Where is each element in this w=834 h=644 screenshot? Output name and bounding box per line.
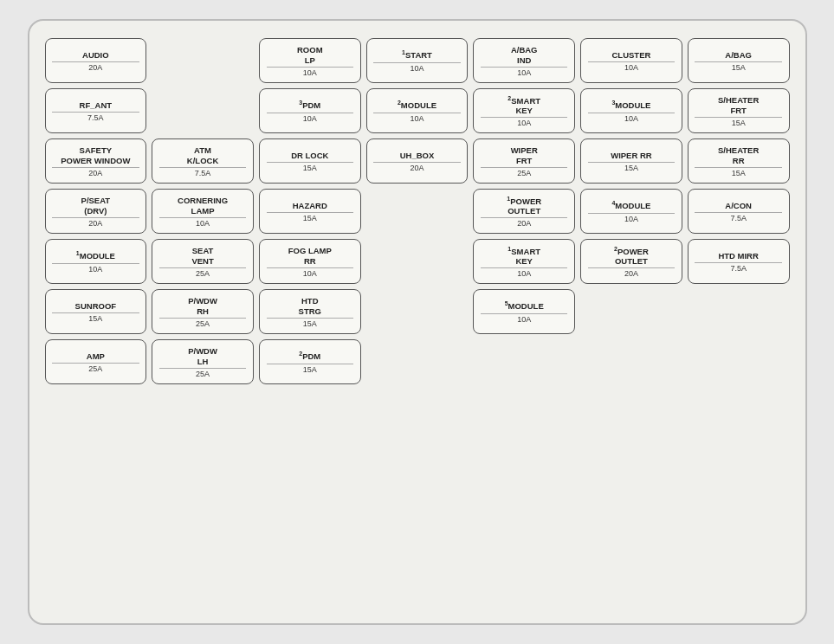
fuse-cell: HTD MIRR7.5A	[688, 239, 790, 284]
fuse-label: DR LOCK	[291, 151, 328, 160]
fuse-cell: A/CON7.5A	[688, 189, 790, 234]
fuse-label: 1START	[402, 49, 432, 61]
fuse-label: SAFETYPOWER WINDOW	[61, 145, 130, 165]
fuse-amp: 15A	[695, 167, 782, 177]
fuse-amp: 15A	[267, 212, 354, 222]
fuse-label: AUDIO	[82, 50, 109, 60]
fuse-label: A/BAG	[725, 50, 752, 60]
fuse-amp: 10A	[588, 113, 676, 123]
fuse-cell: HTDSTRG15A	[259, 289, 361, 334]
fuse-box: S/HEATERRR15A	[688, 138, 790, 184]
fuse-cell: WIPER RR15A	[580, 138, 682, 184]
fuse-cell: AMP25A	[45, 339, 147, 384]
fuse-label: 1SMARTKEY	[508, 246, 540, 267]
fuse-box: P/SEAT(DRV)20A	[45, 189, 147, 234]
fuse-cell: S/HEATERRR15A	[688, 138, 790, 184]
fuse-amp: 20A	[373, 162, 461, 172]
fuse-box: AMP25A	[45, 339, 147, 384]
fuse-label: SUNROOF	[75, 301, 117, 311]
fuse-cell: 2POWEROUTLET20A	[580, 239, 682, 284]
fuse-box: WIPERFRT25A	[473, 138, 575, 184]
fuse-label: 4MODULE	[611, 200, 650, 211]
fuse-cell: 2SMARTKEY10A	[473, 88, 575, 133]
fuse-box: 5MODULE10A	[473, 289, 575, 334]
fuse-label: 3MODULE	[611, 100, 650, 111]
fuse-box: SEATVENT25A	[152, 239, 254, 284]
fuse-box: 2SMARTKEY10A	[473, 88, 575, 133]
fuse-box: A/BAGIND10A	[473, 38, 575, 83]
fuse-label: ATMK/LOCK	[187, 145, 218, 165]
fuse-amp: 20A	[52, 217, 139, 228]
fuse-box: P/WDWLH25A	[152, 339, 254, 384]
fuse-box: HTDSTRG15A	[259, 289, 361, 334]
fuse-cell: SUNROOF15A	[45, 289, 147, 334]
fuse-label: ROOMLP	[297, 45, 323, 65]
fuse-amp: 15A	[588, 162, 676, 172]
fuse-label: 2PDM	[299, 351, 320, 362]
fuse-amp: 20A	[481, 217, 568, 228]
fuse-cell: A/BAGIND10A	[473, 38, 575, 83]
fuse-label: P/WDWLH	[188, 346, 217, 366]
fuse-cell: A/BAG15A	[688, 38, 790, 83]
fuse-cell: HAZARD15A	[259, 189, 361, 234]
fuse-label: AMP	[87, 351, 105, 361]
fuse-box: HTD MIRR7.5A	[688, 239, 790, 284]
fuse-label: 1POWEROUTLET	[507, 196, 541, 216]
fuse-amp: 20A	[52, 61, 139, 72]
fuse-amp: 10A	[267, 113, 354, 123]
fuse-amp: 25A	[159, 267, 247, 278]
fuse-amp: 10A	[481, 117, 568, 127]
fuse-cell: SEATVENT25A	[152, 239, 254, 284]
fuse-box: CLUSTER10A	[580, 38, 682, 83]
fuse-cell: P/SEAT(DRV)20A	[45, 189, 147, 234]
fuse-cell: 3MODULE10A	[580, 88, 682, 133]
fuse-box: SUNROOF15A	[45, 289, 147, 334]
fuse-box: HAZARD15A	[259, 189, 361, 234]
fuse-label: RF_ANT	[80, 100, 112, 110]
fuse-label: UH_BOX	[400, 151, 435, 160]
fuse-cell: DR LOCK15A	[259, 138, 361, 184]
fuse-amp: 10A	[481, 313, 568, 324]
fuse-cell: 1START10A	[366, 38, 469, 83]
fuse-label: 5MODULE	[505, 300, 544, 312]
fuse-label: 3PDM	[299, 100, 320, 111]
fuse-box: SAFETYPOWER WINDOW20A	[45, 138, 147, 184]
fuse-box: ROOMLP10A	[259, 38, 361, 83]
fuse-box: RF_ANT7.5A	[45, 88, 147, 133]
fuse-label: S/HEATERFRT	[718, 95, 759, 115]
fuse-cell: RF_ANT7.5A	[45, 88, 147, 133]
fuse-cell: 1POWEROUTLET20A	[473, 189, 575, 234]
fuse-box: 1START10A	[366, 38, 469, 83]
fuse-amp: 10A	[588, 61, 676, 72]
fuse-box: 3MODULE10A	[580, 88, 682, 133]
fuse-box: DR LOCK15A	[259, 138, 361, 184]
fuse-amp: 25A	[159, 318, 247, 328]
fuse-label: SEATVENT	[191, 246, 213, 266]
fuse-label: WIPERFRT	[511, 145, 538, 165]
fuse-label: FOG LAMPRR	[288, 246, 332, 266]
fuse-label: HAZARD	[293, 201, 327, 210]
fuse-label: 1MODULE	[76, 250, 115, 261]
fuse-amp: 15A	[267, 364, 354, 374]
fuse-label: CLUSTER	[611, 50, 650, 60]
fuse-cell: FOG LAMPRR10A	[259, 239, 361, 284]
fuse-cell: P/WDWLH25A	[152, 339, 254, 384]
fuse-label: WIPER RR	[611, 151, 652, 160]
fuse-cell: WIPERFRT25A	[473, 138, 575, 184]
fuse-label: A/CON	[725, 201, 752, 210]
fuse-amp: 10A	[159, 217, 247, 228]
fuse-label: HTDSTRG	[299, 296, 321, 316]
fuse-cell: SAFETYPOWER WINDOW20A	[45, 138, 147, 184]
fuse-box: 2MODULE10A	[366, 88, 469, 133]
fuse-amp: 7.5A	[159, 167, 247, 177]
fuse-amp: 10A	[373, 113, 461, 123]
fuse-label: HTD MIRR	[718, 251, 758, 261]
fuse-amp: 15A	[695, 117, 782, 127]
fuse-label: 2SMARTKEY	[508, 95, 540, 116]
fuse-cell: 1MODULE10A	[45, 239, 147, 284]
fuse-amp: 25A	[481, 167, 568, 177]
fuse-board: AUDIO20AROOMLP10A1START10AA/BAGIND10ACLU…	[28, 19, 807, 625]
fuse-label: S/HEATERRR	[718, 145, 759, 165]
fuse-box: 4MODULE10A	[580, 189, 682, 234]
fuse-amp: 15A	[267, 162, 354, 172]
